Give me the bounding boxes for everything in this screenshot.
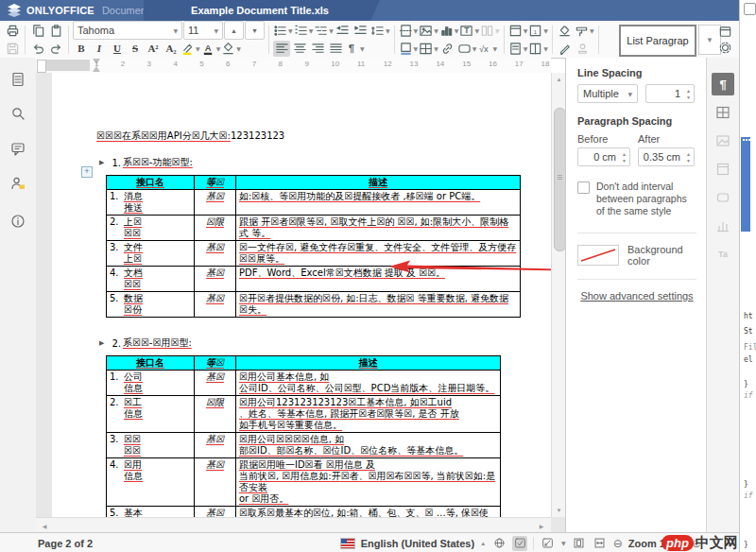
fit-page-button[interactable] [572,536,587,551]
nonprinting-chars-button[interactable]: ¶▼ [345,41,365,57]
interface-name-cell[interactable]: 3.文件上☒ [107,241,195,267]
bullet-list-button[interactable]: ▼ [273,23,293,39]
section-1-title[interactable]: ▶ 1. 系☒☒-功能☒型: [99,156,551,169]
level-cell[interactable]: 基☒ [195,371,236,396]
paste-button[interactable] [47,23,64,39]
description-cell[interactable]: ☒用公司基本信息, 如 公司ID、公司名称、公司☒型、PCD当前版本、注册日期等… [236,371,501,396]
interface-name-cell[interactable]: 2.☒工信息 [107,396,195,433]
document-properties-button[interactable]: ▼ [508,41,528,57]
undo-button[interactable] [29,41,46,57]
show-advanced-settings-link[interactable]: Show advanced settings [577,290,696,302]
font-color-button[interactable]: A▼ [201,41,221,57]
sidebar-item-chat[interactable] [9,175,26,192]
bold-button[interactable]: B [73,41,90,57]
level-cell[interactable]: 基☒ [195,241,236,267]
line-spacing-multiplier-spinner[interactable]: 1 ▲▼ [645,84,695,103]
interface-name-cell[interactable]: 1.公司信息 [107,371,195,396]
track-changes-caret-icon[interactable]: ▼ [561,540,566,546]
description-cell[interactable]: ☒用公司☒☒☒☒信息, 如 部☒ID、部☒名称、☒位ID、☒位名称、等基本信息。 [236,433,501,458]
align-right-button[interactable] [309,41,326,57]
insert-image-button[interactable]: ▼ [419,23,438,39]
spacing-after-spinner[interactable]: 0.35 cm ▲▼ [638,147,695,166]
interface-name-cell[interactable]: 1.消息推送 [107,190,195,216]
paragraph-style-box[interactable]: List Paragrap [619,25,696,57]
level-cell[interactable]: 基☒ [195,458,236,507]
scroll-right-arrow[interactable]: ▶ [535,519,548,532]
api-table-2[interactable]: 接口名等☒描述1.公司信息基☒☒用公司基本信息, 如 公司ID、公司名称、公司☒… [106,355,501,532]
scroll-down-arrow[interactable]: ▼ [552,504,565,517]
tab-image-settings[interactable] [712,129,734,152]
italic-button[interactable]: I [91,41,108,57]
background-color-swatch[interactable] [577,245,619,266]
sidebar-item-about[interactable] [9,213,26,230]
tab-shape-settings[interactable] [712,186,734,209]
sidebar-item-comments[interactable] [9,140,26,157]
level-cell[interactable]: 基☒ [195,267,236,292]
description-cell[interactable]: 跟据 开☒者☒限等☒, ☒取文件上☒的 ☒☒, 如:限制大小、限制格式 等。 [236,216,521,241]
description-cell[interactable]: 如:☒核、等☒用功能的及☒提醒接收者 ,移☒端 or PC端。 [236,190,521,216]
table-header-cell[interactable]: 接口名 [107,176,195,190]
redo-button[interactable] [47,41,64,57]
interface-name-cell[interactable]: 3.☒☒☒☒ [107,433,195,458]
strikeout-button[interactable]: S [127,41,144,57]
fit-width-button[interactable] [593,536,608,551]
spell-check-button[interactable] [512,536,527,551]
scroll-up-arrow[interactable]: ▲ [552,73,565,86]
page-break-button[interactable]: ▼ [399,23,419,39]
tab-chart-settings[interactable] [712,215,734,237]
description-cell[interactable]: ☒开☒者提供数据的☒份, 如:日志、数据☒ 等重要数据, 避免数据☒失。 [236,292,521,318]
doc-heading[interactable]: ☒☒☒在系☒☒用API分☒几大☒:123123123 [96,129,551,143]
vertical-scrollbar[interactable]: ▲ ▼ [551,73,565,517]
tab-textart-settings[interactable]: Ta [712,243,734,266]
devtools-scrollbar-thumb[interactable] [741,137,750,232]
page-number-button[interactable]: 1▼ [528,23,548,39]
document-tab[interactable]: Example Document Title.xls [144,0,380,21]
horizontal-scrollbar[interactable]: ◀ ▶ [36,517,551,532]
decrease-font-button[interactable]: ▼ [245,21,265,40]
align-left-button[interactable] [273,41,290,57]
interface-name-cell[interactable]: 5.数据☒份 [107,292,195,318]
save-button[interactable] [4,41,21,57]
horizontal-ruler[interactable]: 123456789101112131415161718 [36,58,551,74]
api-table-1[interactable]: 接口名等☒描述1.消息推送基☒如:☒核、等☒用功能的及☒提醒接收者 ,移☒端 o… [106,175,521,318]
insert-textbox-button[interactable]: T▼ [459,23,479,39]
clear-style-button[interactable]: ▼ [221,41,241,57]
page-color-button[interactable]: ▼ [399,41,419,57]
hyperlink-button[interactable] [439,41,456,57]
description-cell[interactable]: 跟据☒用唯一ID☒看 ☒用信息 及 当前状☒, ☒用信息如:开☒者、☒用☒布☒☒… [236,458,501,507]
level-cell[interactable]: ☒限 [195,396,236,433]
insert-shape-button[interactable]: ▼ [457,41,477,57]
line-spacing-select[interactable]: Multiple▼ [577,84,638,103]
superscript-button[interactable]: A² [145,41,162,57]
table-header-cell[interactable]: 描述 [236,176,521,190]
page-indicator[interactable]: Page 2 of 2 [38,538,93,549]
multilevel-list-button[interactable]: ▼ [314,23,334,39]
highlight-color-button[interactable]: ▼ [180,41,200,57]
eraser-button[interactable] [557,23,574,39]
underline-button[interactable]: U [109,41,126,57]
set-language-button[interactable] [491,536,507,551]
copy-style-button[interactable]: ▼ [575,23,594,39]
columns-layout-button[interactable]: ▼ [528,41,548,57]
insert-table-button[interactable]: ▼ [419,41,438,57]
tab-table-settings[interactable] [712,101,734,124]
table-move-handle[interactable]: + [81,166,93,178]
section-2-title[interactable]: ▶ 2. 系☒☒-☒用☒型: [99,336,551,350]
table-header-cell[interactable]: 接口名 [107,356,195,371]
font-name-combo[interactable]: Tahoma▼ [73,21,182,40]
interval-checkbox[interactable] [577,181,590,194]
numbered-list-button[interactable]: ▼ [294,23,314,39]
subscript-button[interactable]: A₂ [163,41,180,57]
vertical-scrollbar-thumb[interactable] [554,108,565,251]
spacing-before-spinner[interactable]: 0 cm ▲▼ [577,147,630,166]
level-cell[interactable]: 基☒ [195,190,236,216]
language-caret-icon[interactable]: ▲ [480,541,486,546]
table-header-cell[interactable]: 等☒ [195,176,236,190]
tab-stop-selector[interactable] [37,60,46,73]
copy-button[interactable] [29,23,46,39]
line-spacing-button[interactable]: ▼ [370,23,390,39]
interface-name-cell[interactable]: 4.☒用信息 [107,458,195,507]
track-changes-button[interactable] [540,536,555,551]
level-cell[interactable]: ☒限 [195,216,236,241]
table-header-cell[interactable]: 描述 [236,356,501,371]
